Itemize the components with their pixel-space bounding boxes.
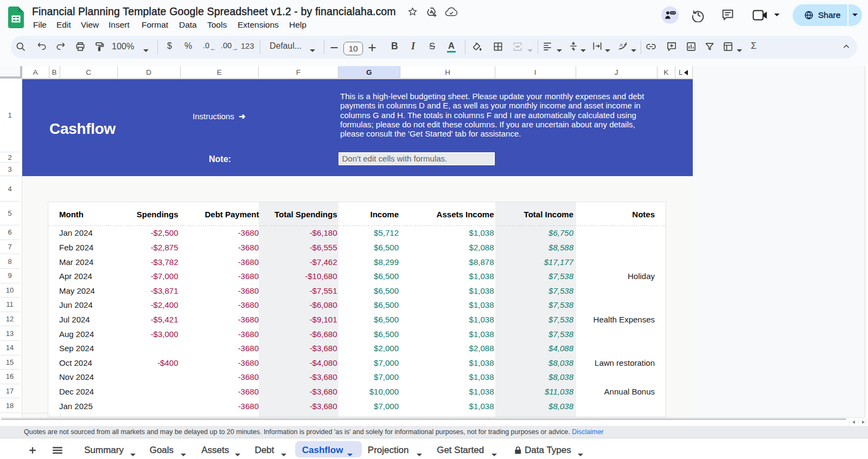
svg-text:A: A	[620, 42, 623, 48]
